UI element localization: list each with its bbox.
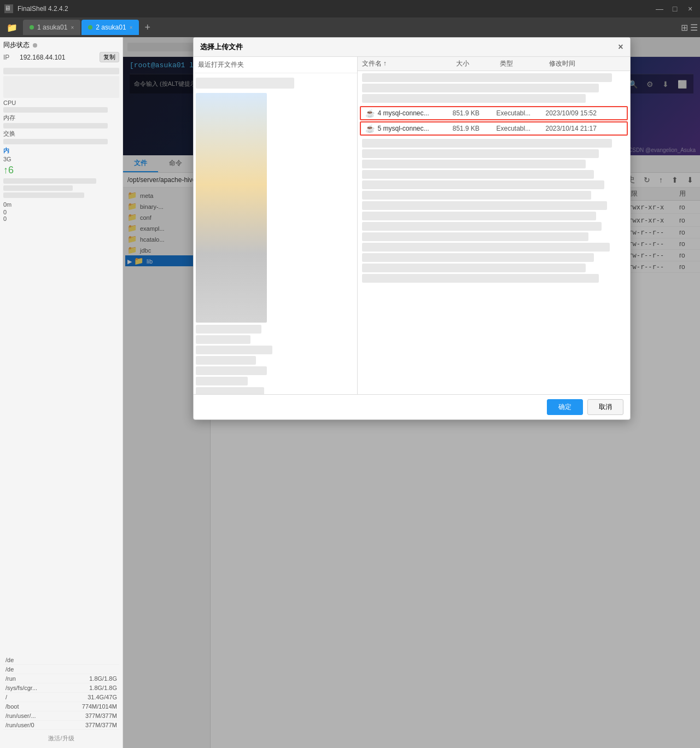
mem-val: 3G <box>3 156 119 162</box>
confirm-button[interactable]: 确定 <box>547 399 583 415</box>
cpu-label: CPU <box>3 100 119 106</box>
tree-items <box>196 325 355 394</box>
close-button[interactable]: × <box>685 3 696 14</box>
disk-item-runuser: /run/user/... 377M/377M <box>3 711 119 721</box>
tab-bar: 📁 1 asuka01 × 2 asuka01 × + ⊞ ☰ <box>0 17 700 37</box>
disk-item-sys: /sys/fs/cgr... 1.8G/1.8G <box>3 683 119 693</box>
file-name-5: 5 mysql-connec... <box>378 125 453 132</box>
file-size-5: 851.9 KB <box>453 125 497 132</box>
col-header-date: 修改时间 <box>549 59 626 68</box>
upload-indicator: ↑6 <box>3 165 119 176</box>
minimize-button[interactable]: — <box>654 3 665 14</box>
titlebar: 🖥 FinalShell 4.2.4.2 — □ × <box>0 0 700 17</box>
tab-close-1[interactable]: × <box>71 25 74 31</box>
content-area: 选择上传文件 × 最近打开文件夹 <box>123 37 700 748</box>
disk-list: /de /de /run 1.8G/1.8G /sys/fs/cgr... 1.… <box>3 653 119 745</box>
disk-item-run: /run 1.8G/1.8G <box>3 674 119 683</box>
dialog-footer: 确定 取消 <box>194 394 630 419</box>
upload-dialog: 选择上传文件 × 最近打开文件夹 <box>193 37 631 420</box>
disk-section: 0m <box>3 201 119 208</box>
swap-label: 交换 <box>3 130 119 138</box>
ip-value: 192.168.44.101 <box>20 54 100 61</box>
tab-close-2[interactable]: × <box>130 25 133 31</box>
cancel-button[interactable]: 取消 <box>587 399 623 415</box>
window-controls: — □ × <box>654 3 696 14</box>
disk-item-de1: /de <box>3 656 119 665</box>
col-header-name: 文件名 ↑ <box>362 59 456 68</box>
java-icon-4: ☕ <box>365 109 375 118</box>
file-name-4: 4 mysql-connec... <box>378 109 453 117</box>
tab-label-2: 2 asuka01 <box>96 24 126 31</box>
file-date-5: 2023/10/14 21:17 <box>546 125 622 132</box>
tabbar-right: ⊞ ☰ <box>681 22 698 33</box>
folder-tree[interactable] <box>194 73 357 394</box>
maximize-button[interactable]: □ <box>669 3 680 14</box>
add-tab-button[interactable]: + <box>140 22 155 33</box>
mem-inner-label: 内 <box>3 147 119 155</box>
file-date-4: 2023/10/09 15:52 <box>546 109 622 117</box>
grid-view-icon[interactable]: ⊞ <box>681 22 688 33</box>
ip-row: IP 192.168.44.101 复制 <box>3 52 119 62</box>
list-view-icon[interactable]: ☰ <box>690 22 698 33</box>
file-list[interactable]: ☕ 4 mysql-connec... 851.9 KB Executabl..… <box>358 71 630 394</box>
sync-status-row: 同步状态 <box>3 40 119 50</box>
ip-label: IP <box>3 54 20 61</box>
file-list-header: 文件名 ↑ 大小 类型 修改时间 <box>358 57 630 71</box>
dialog-title-text: 选择上传文件 <box>200 42 243 52</box>
dialog-close-button[interactable]: × <box>618 42 623 52</box>
file-item-5[interactable]: ☕ 5 mysql-connec... 851.9 KB Executabl..… <box>360 121 628 136</box>
main-layout: 同步状态 IP 192.168.44.101 复制 CPU 内存 交换 内 3G… <box>0 37 700 748</box>
blurred-items-bottom <box>358 137 630 285</box>
tab-asuka01-2[interactable]: 2 asuka01 × <box>81 20 139 35</box>
folder-icon: 📁 <box>7 22 18 33</box>
upgrade-section: 激活/升级 <box>3 734 119 743</box>
app-title: FinalShell 4.2.4.2 <box>18 5 654 13</box>
disk-item-boot: /boot 774M/1014M <box>3 702 119 711</box>
java-icon-5: ☕ <box>365 124 375 133</box>
sync-dot <box>33 43 37 48</box>
file-size-4: 851.9 KB <box>453 109 497 117</box>
stats-area: CPU 内存 交换 内 3G ↑6 0m 0 0 <box>3 67 119 222</box>
tab-status-dot-2 <box>88 25 92 30</box>
dialog-file-panel: 文件名 ↑ 大小 类型 修改时间 <box>358 57 630 394</box>
sync-label: 同步状态 <box>3 40 30 50</box>
recent-folders-label: 最近打开文件夹 <box>194 57 357 73</box>
app-icon: 🖥 <box>4 4 13 13</box>
upgrade-label[interactable]: 激活/升级 <box>48 735 74 741</box>
disk-item-runuser0: /run/user/0 377M/377M <box>3 721 119 730</box>
file-type-4: Executabl... <box>497 109 546 117</box>
tab-asuka01-1[interactable]: 1 asuka01 × <box>23 20 80 35</box>
mem-label: 内存 <box>3 114 119 122</box>
dialog-body: 最近打开文件夹 <box>194 57 630 394</box>
folder-preview <box>196 93 355 323</box>
sidebar: 同步状态 IP 192.168.44.101 复制 CPU 内存 交换 内 3G… <box>0 37 123 748</box>
file-item-4[interactable]: ☕ 4 mysql-connec... 851.9 KB Executabl..… <box>360 106 628 120</box>
disk-item-de2: /de <box>3 665 119 674</box>
file-type-5: Executabl... <box>497 125 546 132</box>
copy-ip-button[interactable]: 复制 <box>100 52 119 62</box>
tab-label: 1 asuka01 <box>37 24 67 31</box>
blurred-items-top <box>358 71 630 105</box>
dialog-folder-panel: 最近打开文件夹 <box>194 57 358 394</box>
upload-dialog-overlay: 选择上传文件 × 最近打开文件夹 <box>123 37 700 748</box>
disk-item-root: / 31.4G/47G <box>3 693 119 702</box>
col-header-type: 类型 <box>500 59 549 68</box>
col-header-size: 大小 <box>456 59 500 68</box>
dialog-title-bar: 选择上传文件 × <box>194 38 630 57</box>
tab-status-dot <box>30 25 34 30</box>
